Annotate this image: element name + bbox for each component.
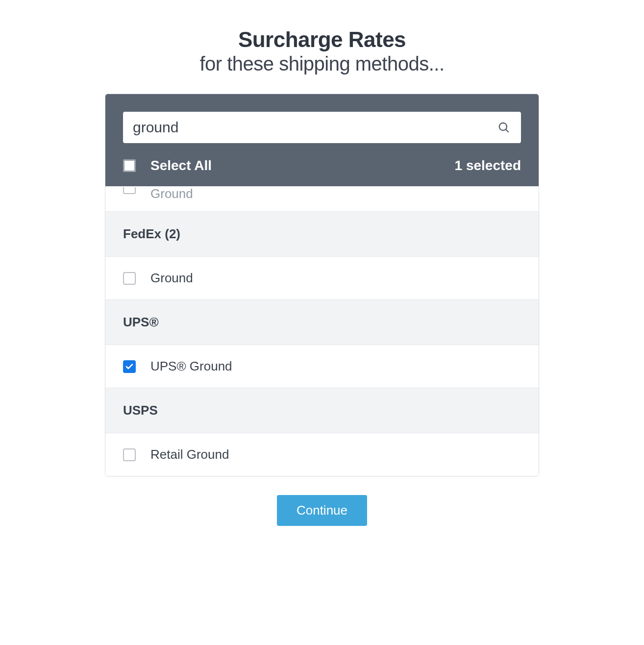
item-checkbox[interactable]: [123, 272, 136, 285]
shipping-methods-panel: Select All 1 selected Ground FedEx (2) G…: [105, 94, 539, 476]
group-header-usps: USPS: [105, 388, 539, 433]
list-item[interactable]: UPS® Ground: [105, 345, 539, 388]
search-wrap: [105, 94, 539, 143]
item-label: Ground: [150, 271, 193, 286]
page-title: Surcharge Rates: [0, 27, 644, 52]
svg-line-1: [506, 129, 509, 132]
page-container: Surcharge Rates for these shipping metho…: [0, 0, 644, 526]
continue-button[interactable]: Continue: [277, 495, 367, 526]
page-subtitle: for these shipping methods...: [0, 53, 644, 75]
group-header-ups: UPS®: [105, 300, 539, 345]
shipping-methods-list: Ground FedEx (2) Ground UPS® UPS® Ground…: [105, 186, 539, 476]
group-header-fedex: FedEx (2): [105, 212, 539, 257]
item-label: Retail Ground: [150, 447, 229, 462]
search-input[interactable]: [123, 112, 521, 143]
search-icon[interactable]: [497, 121, 510, 134]
actions-row: Continue: [0, 495, 644, 526]
item-label: Ground: [150, 186, 193, 201]
svg-point-0: [499, 123, 507, 130]
select-all-checkbox[interactable]: [123, 159, 136, 172]
search-box: [123, 112, 521, 143]
list-item[interactable]: Retail Ground: [105, 433, 539, 476]
selected-count: 1 selected: [455, 158, 521, 174]
list-item[interactable]: Ground: [105, 257, 539, 300]
item-label: UPS® Ground: [150, 359, 232, 374]
panel-header: Select All 1 selected: [105, 94, 539, 188]
item-checkbox[interactable]: [123, 448, 136, 461]
item-checkbox[interactable]: [123, 360, 136, 373]
select-all-row[interactable]: Select All 1 selected: [105, 143, 539, 188]
select-all-label: Select All: [150, 158, 212, 174]
item-checkbox[interactable]: [123, 187, 136, 194]
list-item[interactable]: Ground: [105, 186, 539, 212]
